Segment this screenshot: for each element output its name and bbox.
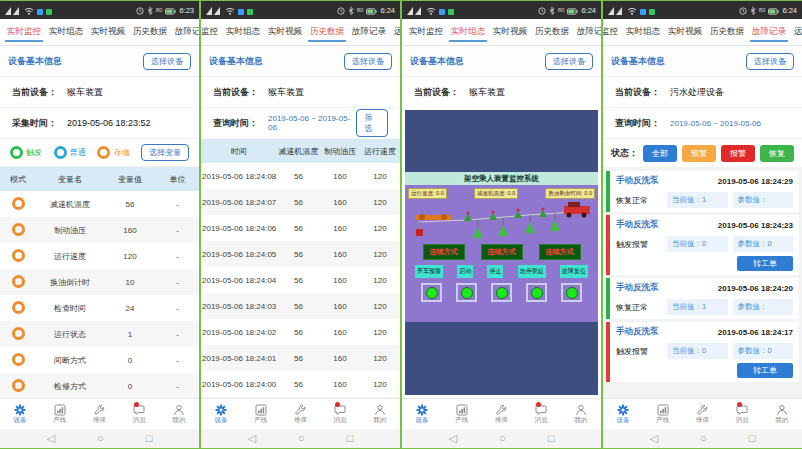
notification-dot-icon (238, 1, 244, 19)
work-order-button[interactable]: 转工单 (737, 256, 793, 271)
android-home-button[interactable]: ○ (97, 433, 104, 444)
tab-实时视频[interactable]: 实时视频 (492, 19, 528, 43)
status-filter-恢复[interactable]: 恢复 (760, 145, 794, 162)
tab-故障记录[interactable]: 故障记录 (751, 19, 787, 43)
status-filter-预警[interactable]: 预警 (682, 145, 716, 162)
control-button-故障复位[interactable]: 故障复位 (560, 265, 588, 278)
android-back-button[interactable]: ◁ (248, 433, 256, 444)
select-device-button[interactable]: 选择设备 (143, 53, 191, 70)
filter-option-普通[interactable]: 普通 (54, 146, 86, 159)
alarm-status: 恢复正常 (616, 302, 662, 313)
query-time-label: 查询时间： (615, 117, 660, 130)
nav-item-维保[interactable]: 维保 (80, 404, 120, 425)
tab-历史数据[interactable]: 历史数据 (534, 19, 570, 43)
variable-row: 制动油压160- (0, 217, 199, 243)
tab-实时监控[interactable]: 实时监控 (603, 19, 619, 43)
param-value-field: 参数值：0 (733, 343, 794, 359)
tab-实时组态[interactable]: 实时组态 (48, 19, 84, 43)
nav-item-维保[interactable]: 维保 (281, 404, 321, 425)
tab-历史数据[interactable]: 历史数据 (132, 19, 168, 43)
filter-option-触发[interactable]: 触发 (10, 146, 42, 159)
android-recents-button[interactable]: □ (749, 433, 756, 444)
mode-button[interactable]: 连续方式 (481, 244, 523, 260)
query-range[interactable]: 2019-05-06 ~ 2019-05-06 (670, 119, 761, 128)
status-filter-报警[interactable]: 报警 (721, 145, 755, 162)
android-back-button[interactable]: ◁ (650, 433, 658, 444)
nav-item-设备[interactable]: 设备 (402, 404, 442, 425)
control-button-急停禁起[interactable]: 急停禁起 (518, 265, 546, 278)
status-filter-row: 状态： 全部预警报警恢复 (603, 139, 802, 168)
nav-item-消息[interactable]: 消息 (521, 404, 561, 425)
bottom-nav: 设备产线维保消息我的 (402, 398, 601, 429)
nav-item-消息[interactable]: 消息 (320, 404, 360, 425)
android-recents-button[interactable]: □ (347, 433, 354, 444)
status-filter-全部[interactable]: 全部 (643, 145, 677, 162)
scada-title: 架空乘人装置监控系统 (405, 172, 598, 185)
scada-indicator-lamps (408, 283, 595, 302)
nav-item-维保[interactable]: 维保 (482, 404, 522, 425)
query-range[interactable]: 2019-05-06 ~ 2019-05-06 (268, 114, 356, 132)
mode-button[interactable]: 连续方式 (539, 244, 581, 260)
filter-button[interactable]: 筛选 (356, 109, 388, 137)
select-device-button[interactable]: 选择设备 (746, 53, 794, 70)
tab-实时视频[interactable]: 实时视频 (667, 19, 703, 43)
tab-实时监控[interactable]: 实时监控 (408, 19, 444, 43)
nav-item-维保[interactable]: 维保 (683, 404, 723, 425)
nav-item-消息[interactable]: 消息 (722, 404, 762, 425)
tab-实时监控[interactable]: 实时监控 (201, 19, 219, 43)
nav-item-我的[interactable]: 我的 (561, 404, 601, 425)
gear-icon (215, 404, 227, 416)
control-button-停止[interactable]: 停止 (487, 265, 503, 278)
tab-历史数据[interactable]: 历史数据 (309, 19, 345, 43)
mode-button[interactable]: 连续方式 (423, 244, 465, 260)
nav-item-设备[interactable]: 设备 (201, 404, 241, 425)
tab-远程控制[interactable]: 远程控制 (793, 19, 802, 43)
filter-option-存储[interactable]: 存储 (97, 146, 129, 159)
device-name: 污水处理设备 (670, 86, 724, 99)
column-header: 减速机温度 (277, 139, 320, 163)
tab-实时视频[interactable]: 实时视频 (90, 19, 126, 43)
tab-故障记录[interactable]: 故障记录 (174, 19, 199, 43)
select-variable-button[interactable]: 选择变量 (141, 144, 189, 161)
nav-item-产线[interactable]: 产线 (442, 404, 482, 425)
content-area: 设备基本信息 选择设备 当前设备： 猴车装置 查询时间： 2019-05-06 … (201, 46, 400, 398)
tab-历史数据[interactable]: 历史数据 (709, 19, 745, 43)
tab-故障记录[interactable]: 故障记录 (351, 19, 387, 43)
nav-item-产线[interactable]: 产线 (40, 404, 80, 425)
tab-实时视频[interactable]: 实时视频 (267, 19, 303, 43)
select-device-button[interactable]: 选择设备 (545, 53, 593, 70)
android-recents-button[interactable]: □ (146, 433, 153, 444)
nav-item-产线[interactable]: 产线 (241, 404, 281, 425)
tab-实时监控[interactable]: 实时监控 (6, 19, 42, 43)
tab-实时组态[interactable]: 实时组态 (225, 19, 261, 43)
column-header: 变量值 (104, 167, 156, 191)
nav-item-我的[interactable]: 我的 (762, 404, 802, 425)
section-title: 设备基本信息 (410, 55, 464, 68)
nav-item-设备[interactable]: 设备 (0, 404, 40, 425)
content-area: 设备基本信息 选择设备 当前设备： 污水处理设备 查询时间： 2019-05-0… (603, 46, 802, 398)
tab-bar: 实时监控实时组态实时视频历史数据故障记录远程控制 (603, 19, 802, 46)
control-button-开车预警[interactable]: 开车预警 (415, 265, 443, 278)
status-time: 6:24 (782, 6, 797, 15)
android-back-button[interactable]: ◁ (449, 433, 457, 444)
nav-item-我的[interactable]: 我的 (360, 404, 400, 425)
control-button-启动[interactable]: 启动 (457, 265, 473, 278)
nav-item-产线[interactable]: 产线 (643, 404, 683, 425)
tab-实时组态[interactable]: 实时组态 (450, 19, 486, 43)
android-recents-button[interactable]: □ (548, 433, 555, 444)
select-device-button[interactable]: 选择设备 (344, 53, 392, 70)
nav-item-消息[interactable]: 消息 (119, 404, 159, 425)
tab-故障记录[interactable]: 故障记录 (576, 19, 601, 43)
collect-time-label: 采集时间： (12, 117, 57, 130)
android-back-button[interactable]: ◁ (47, 433, 55, 444)
nav-item-我的[interactable]: 我的 (159, 404, 199, 425)
android-home-button[interactable]: ○ (700, 433, 707, 444)
android-home-button[interactable]: ○ (499, 433, 506, 444)
tab-实时组态[interactable]: 实时组态 (625, 19, 661, 43)
alarm-title: 手动反洗泵 (616, 282, 659, 294)
work-order-button[interactable]: 转工单 (737, 363, 793, 378)
android-home-button[interactable]: ○ (298, 433, 305, 444)
nav-item-设备[interactable]: 设备 (603, 404, 643, 425)
message-icon (736, 404, 748, 416)
tab-远程控制[interactable]: 远程控制 (393, 19, 400, 43)
